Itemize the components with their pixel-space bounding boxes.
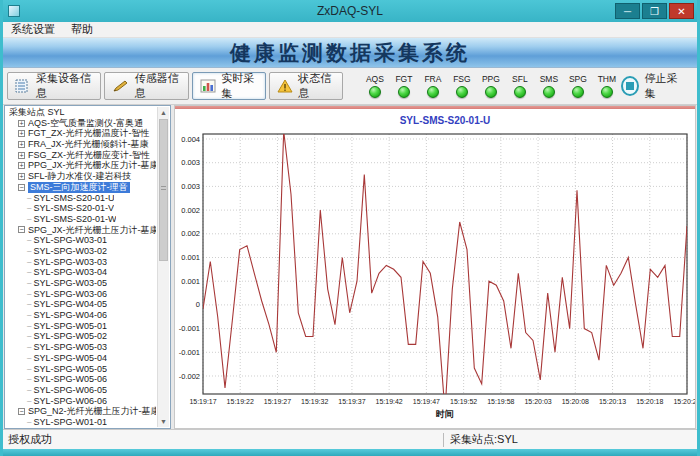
realtime-chart-icon: [200, 79, 216, 93]
channel-ppg: PPG: [476, 74, 505, 98]
tree-leaf-item[interactable]: –SYL-SPG-W05-06: [7, 374, 156, 385]
green-led-icon: [398, 86, 410, 98]
tree-leaf-item[interactable]: –SYL-SPG-W03-02: [7, 246, 156, 257]
window-bottom-border: [3, 449, 697, 456]
collapse-icon[interactable]: −: [18, 408, 25, 415]
green-led-icon: [572, 86, 584, 98]
tree-leaf-item[interactable]: –SYL-SPG-W06-06: [7, 396, 156, 407]
scroll-up-icon[interactable]: ▲: [158, 107, 169, 118]
status-bar: 授权成功 采集站点:SYL: [3, 429, 697, 449]
menu-bar: 系统设置 帮助: [3, 22, 697, 38]
tree-item-label: SYL-SPG-W03-04: [33, 267, 107, 278]
tree-root[interactable]: 采集站点 SYL: [7, 107, 156, 118]
tree-leaf-item[interactable]: –SYL-SPG-W04-05: [7, 299, 156, 310]
tree-item-label: SYL-SPG-W03-05: [33, 278, 107, 289]
tree-connector: –: [27, 417, 31, 427]
tree-leaf-item[interactable]: –SYL-SMS-S20-01-U: [7, 193, 156, 204]
channel-fra: FRA: [418, 74, 447, 98]
tree-connector: –: [27, 321, 31, 332]
tree-group-item[interactable]: +AQS-空气质量监测仪-富奥通: [7, 118, 156, 129]
y-tick-label: 0: [196, 300, 200, 309]
menu-help[interactable]: 帮助: [63, 22, 101, 37]
tree-leaf-item[interactable]: –SYL-SPG-W03-05: [7, 278, 156, 289]
chart-panel: SYL-SMS-S20-01-U0.0040.0030.0030.0020.00…: [174, 105, 696, 429]
collapse-icon[interactable]: −: [18, 226, 25, 233]
scrollbar-thumb[interactable]: [159, 119, 168, 261]
data-series-line: [203, 131, 687, 411]
tree-group-item[interactable]: +SFL-静力水准仪-建岩科技: [7, 171, 156, 182]
close-button[interactable]: ✕: [669, 3, 694, 19]
window-title: ZxDAQ-SYL: [3, 4, 697, 18]
expand-icon[interactable]: +: [18, 141, 25, 148]
tree-group-item[interactable]: −SMS-三向加速度计-理音: [7, 182, 156, 193]
tree-group-item[interactable]: +FSG_ZX-光纤光栅应变计-智性: [7, 150, 156, 161]
tree-leaf-item[interactable]: –SYL-SPG-W03-03: [7, 257, 156, 268]
expand-icon[interactable]: +: [18, 120, 25, 127]
menu-system-settings[interactable]: 系统设置: [3, 22, 63, 37]
x-tick-label: 15:19:52: [450, 398, 477, 405]
channel-spg: SPG: [563, 74, 592, 98]
tree-connector: –: [27, 203, 31, 214]
realtime-collect-button[interactable]: 实时采集: [192, 72, 266, 100]
y-tick-label: 0.001: [181, 253, 200, 262]
x-tick-label: 15:20:13: [599, 398, 626, 405]
y-tick-label: -0.001: [179, 324, 200, 333]
app-window: ZxDAQ-SYL ─ ❐ ✕ 系统设置 帮助 健康监测数据采集系统 采集设备信…: [0, 0, 700, 456]
expand-icon[interactable]: +: [18, 130, 25, 137]
tree-leaf-item[interactable]: –SYL-SPG-W01-01: [7, 417, 156, 427]
stop-collect-label: 停止采集: [644, 71, 683, 101]
maximize-button[interactable]: ❐: [642, 3, 667, 19]
tree-connector: –: [27, 299, 31, 310]
x-tick-label: 15:20:23: [673, 398, 695, 405]
tree-connector: –: [27, 214, 31, 225]
tree-group-item[interactable]: +FGT_ZX-光纤光栅温度计-智性: [7, 128, 156, 139]
tree-leaf-item[interactable]: –SYL-SPG-W03-04: [7, 267, 156, 278]
tree-connector: –: [27, 267, 31, 278]
tree-group-item[interactable]: +FRA_JX-光纤光栅倾斜计-基康: [7, 139, 156, 150]
tree-leaf-item[interactable]: –SYL-SMS-S20-01-V: [7, 203, 156, 214]
minimize-button[interactable]: ─: [615, 3, 640, 19]
sensor-pen-icon: [112, 80, 130, 93]
tree-leaf-item[interactable]: –SYL-SPG-W03-01: [7, 235, 156, 246]
tree-item-label: SYL-SPG-W05-03: [33, 342, 107, 353]
scroll-down-icon[interactable]: ▼: [158, 416, 169, 427]
tree-connector: –: [27, 385, 31, 396]
tree-leaf-item[interactable]: –SYL-SPG-W03-06: [7, 289, 156, 300]
tree-item-label: FGT_ZX-光纤光栅温度计-智性: [28, 128, 150, 139]
tree-item-label: SYL-SPG-W05-01: [33, 321, 107, 332]
tree-scrollbar[interactable]: ▲ ▼: [157, 107, 169, 427]
tree-item-label: SYL-SMS-S20-01-V: [33, 203, 114, 214]
tree-leaf-item[interactable]: –SYL-SPG-W05-01: [7, 321, 156, 332]
tree-leaf-item[interactable]: –SYL-SPG-W05-03: [7, 342, 156, 353]
y-tick-label: -0.001: [179, 348, 200, 357]
device-info-button[interactable]: 采集设备信息: [7, 72, 101, 100]
tree-leaf-item[interactable]: –SYL-SPG-W06-05: [7, 385, 156, 396]
x-tick-label: 15:20:03: [524, 398, 551, 405]
stop-icon: [621, 76, 639, 96]
channel-label: FRA: [424, 74, 441, 84]
expand-icon[interactable]: +: [18, 162, 25, 169]
status-info-button[interactable]: 状态信息: [269, 72, 343, 100]
tree-leaf-item[interactable]: –SYL-SPG-W05-04: [7, 353, 156, 364]
tree-leaf-item[interactable]: –SYL-SPG-W04-06: [7, 310, 156, 321]
tree-item-label: SYL-SPG-W01-01: [33, 417, 107, 427]
device-list-icon: [15, 79, 31, 93]
tree-leaf-item[interactable]: –SYL-SPG-W05-02: [7, 331, 156, 342]
tree-group-item[interactable]: −SPG_JX-光纤光栅土压力计-基康: [7, 225, 156, 236]
sensor-info-button[interactable]: 传感器信息: [104, 72, 190, 100]
tree-leaf-item[interactable]: –SYL-SMS-S20-01-W: [7, 214, 156, 225]
channel-aqs: AQS: [360, 74, 389, 98]
expand-icon[interactable]: +: [18, 173, 25, 180]
collapse-icon[interactable]: −: [18, 184, 25, 191]
tree-group-item[interactable]: +PPG_JX-光纤光栅水压力计-基康: [7, 160, 156, 171]
tree-leaf-item[interactable]: –SYL-SPG-W05-05: [7, 364, 156, 375]
stop-collect-button[interactable]: 停止采集: [621, 71, 683, 101]
green-led-icon: [456, 86, 468, 98]
tree-item-label: SYL-SPG-W06-05: [33, 385, 107, 396]
tree-group-item[interactable]: −SPG_N2-光纤光栅土压力计-基康: [7, 406, 156, 417]
x-tick-label: 15:19:17: [189, 398, 216, 405]
channel-label: FSG: [453, 74, 470, 84]
sensor-info-label: 传感器信息: [135, 71, 182, 101]
expand-icon[interactable]: +: [18, 152, 25, 159]
tree-item-label: PPG_JX-光纤光栅水压力计-基康: [28, 160, 156, 171]
